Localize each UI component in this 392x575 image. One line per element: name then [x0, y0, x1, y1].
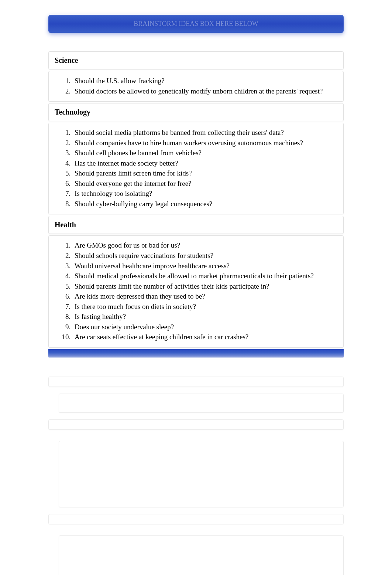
section-header: Technology [49, 103, 343, 121]
list-item: Should cell phones be banned from vehicl… [72, 148, 337, 158]
list-item: Is technology too isolating? [72, 188, 337, 199]
list-item: Should social media platforms be banned … [72, 127, 337, 138]
list-item: Does our society undervalue sleep? [72, 322, 337, 332]
banner-header: BRAINSTORM IDEAS BOX HERE BELOW [48, 15, 344, 33]
list-item: Should schools require vaccinations for … [72, 251, 337, 261]
list-item: Should everyone get the internet for fre… [72, 178, 337, 189]
empty-block [59, 441, 344, 507]
list-item: Should doctors be allowed to genetically… [72, 86, 337, 96]
empty-block [59, 394, 344, 413]
list-item: Should companies have to hire human work… [72, 138, 337, 148]
section-header: Science [49, 52, 343, 69]
section-header: Health [49, 216, 343, 234]
topic-list: Are GMOs good for us or bad for us?Shoul… [55, 240, 337, 342]
list-item: Are car seats effective at keeping child… [72, 332, 337, 342]
list-item: Should medical professionals be allowed … [72, 271, 337, 281]
list-item: Would universal healthcare improve healt… [72, 261, 337, 271]
empty-block [48, 514, 344, 524]
list-item: Is there too much focus on diets in soci… [72, 302, 337, 312]
list-item: Should parents limit screen time for kid… [72, 168, 337, 178]
gradient-divider [48, 349, 344, 358]
list-item: Is fasting healthy? [72, 312, 337, 322]
list-item: Should parents limit the number of activ… [72, 281, 337, 292]
list-item: Are kids more depressed than they used t… [72, 291, 337, 302]
list-item: Should cyber-bullying carry legal conseq… [72, 199, 337, 209]
list-item: Has the internet made society better? [72, 158, 337, 169]
empty-block [48, 377, 344, 387]
list-item: Should the U.S. allow fracking? [72, 76, 337, 86]
topic-list: Should social media platforms be banned … [55, 127, 337, 209]
list-item: Are GMOs good for us or bad for us? [72, 240, 337, 251]
empty-block [59, 535, 344, 575]
empty-block [48, 419, 344, 430]
banner-text: BRAINSTORM IDEAS BOX HERE BELOW [134, 20, 258, 27]
topic-list: Should the U.S. allow fracking?Should do… [55, 76, 337, 96]
